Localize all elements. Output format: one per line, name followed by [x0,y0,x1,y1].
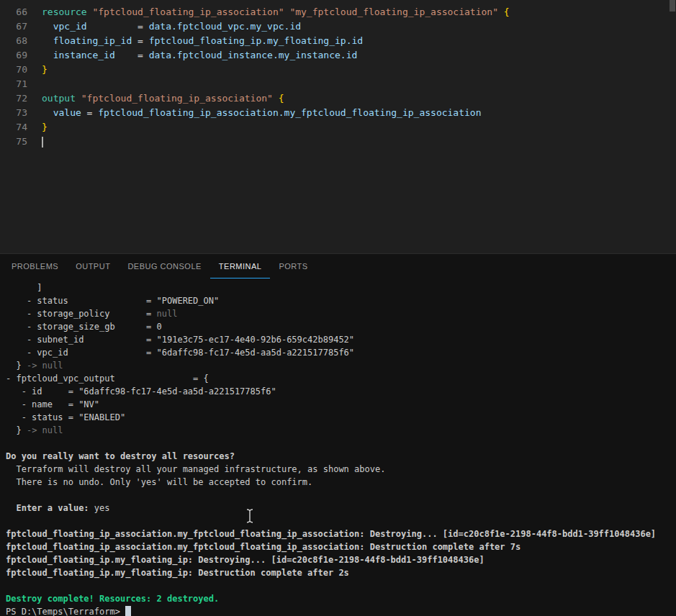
panel-tab-debug-console[interactable]: DEBUG CONSOLE [119,254,209,278]
text-segment: = [132,35,148,46]
text-segment: -> null [27,425,63,435]
code-line[interactable]: 67 vpc_id = data.fptcloud_vpc.my_vpc.id [0,19,676,34]
text-segment: resource [42,6,92,17]
panel-tab-ports[interactable]: PORTS [270,254,316,278]
text-segment: "fptcloud_floating_ip_association" [81,93,279,104]
text-segment: } [42,122,48,132]
code-line[interactable]: 68 floating_ip_id = fptcloud_floating_ip… [0,34,676,48]
code-text: } [42,63,48,77]
code-text: } [42,120,48,135]
code-line[interactable]: 70} [0,63,676,77]
code-text: value = fptcloud_floating_ip_association… [42,106,482,120]
terminal-line: Do you really want to destroy all resour… [6,450,676,463]
panel-tab-output[interactable]: OUTPUT [67,254,119,278]
text-segment: - id = "6daffc98-fc17-4e5d-aa5d-a2215177… [6,386,276,397]
code-text: floating_ip_id = fptcloud_floating_ip.my… [42,34,363,48]
text-segment: data.fptcloud_vpc.my_vpc.id [149,21,301,32]
code-text: resource "fptcloud_floating_ip_associati… [42,5,510,19]
terminal-line: - storage_size_gb = 0 [6,320,676,333]
editor-code: 66resource "fptcloud_floating_ip_associa… [0,0,676,149]
terminal-line [6,579,676,592]
text-segment: yes [94,503,110,513]
terminal-line: - name = "NV" [6,398,676,411]
line-number: 70 [6,63,27,77]
terminal-line: - vpc_id = "6daffc98-fc17-4e5d-aa5d-a221… [6,346,676,359]
text-segment: fptcloud_floating_ip_association.my_fptc… [98,107,481,118]
terminal-line: There is no undo. Only 'yes' will be acc… [6,476,676,489]
terminal-line: PS D:\Temps\Terraform> [6,605,676,616]
line-number: 68 [6,34,27,48]
text-segment: PS D:\Temps\Terraform> [6,607,125,616]
text-segment: "my_fptcloud_floating_ip_association" [289,6,503,17]
code-text [42,135,43,149]
terminal-line: Terraform will destroy all your managed … [6,463,676,476]
code-line[interactable]: 72output "fptcloud_floating_ip_associati… [0,91,676,106]
code-line[interactable]: 75 [0,135,676,149]
code-line[interactable]: 74} [0,120,676,135]
terminal-line [6,437,676,450]
panel-tab-terminal[interactable]: TERMINAL [210,254,271,278]
line-number: 71 [6,77,27,91]
text-segment: output [42,93,81,104]
text-segment: ] [6,283,42,293]
text-segment: - subnet_id = "191e3c75-ec17-4e40-92b6-6… [6,335,354,345]
line-number: 67 [6,19,27,34]
text-segment: - vpc_id = "6daffc98-fc17-4e5d-aa5d-a221… [6,348,354,358]
text-segment: fptcloud_floating_ip_association.my_fptc… [6,542,520,552]
text-segment: instance_id [42,50,115,60]
vscode-window: 66resource "fptcloud_floating_ip_associa… [0,0,676,616]
line-number: 74 [6,120,27,135]
terminal-line: - storage_policy = null [6,307,676,320]
text-segment: - status = "ENABLED" [6,412,125,422]
bottom-panel: PROBLEMSOUTPUTDEBUG CONSOLETERMINALPORTS… [0,253,676,616]
code-line[interactable]: 69 instance_id = data.fptcloud_instance.… [0,48,676,63]
line-number: 69 [6,48,27,63]
text-segment: { [279,93,284,104]
text-segment: data.fptcloud_instance.my_instance.id [149,50,358,60]
text-segment: - storage_policy = [6,309,157,319]
panel-tabbar: PROBLEMSOUTPUTDEBUG CONSOLETERMINALPORTS [0,254,676,278]
code-line[interactable]: 66resource "fptcloud_floating_ip_associa… [0,5,676,19]
text-segment: } [6,425,27,435]
terminal-output[interactable]: ] - status = "POWERED_ON" - storage_poli… [0,278,676,616]
editor-scrollbar[interactable] [669,0,676,253]
code-text: vpc_id = data.fptcloud_vpc.my_vpc.id [42,19,301,34]
code-line[interactable]: 73 value = fptcloud_floating_ip_associat… [0,106,676,120]
terminal-line: - fptcloud_vpc_output = { [6,372,676,385]
code-editor[interactable]: 66resource "fptcloud_floating_ip_associa… [0,0,676,253]
text-segment: There is no undo. Only 'yes' will be acc… [6,477,312,487]
text-segment: fptcloud_floating_ip.my_floating_ip.id [149,35,363,46]
terminal-line: } -> null [6,359,676,372]
code-line[interactable]: 71 [0,77,676,91]
text-segment: = [81,107,98,118]
line-number: 72 [6,91,27,106]
terminal-line: fptcloud_floating_ip_association.my_fptc… [6,527,676,540]
text-segment: Destroy complete! Resources: 2 destroyed… [6,594,219,604]
line-number: 75 [6,135,27,149]
terminal-line: ] [6,281,676,294]
text-segment: Terraform will destroy all your managed … [6,464,385,474]
panel-tab-problems[interactable]: PROBLEMS [3,254,67,278]
text-segment: } [6,361,27,371]
terminal-line: - id = "6daffc98-fc17-4e5d-aa5d-a2215177… [6,385,676,398]
text-segment: "fptcloud_floating_ip_association" [92,6,289,17]
editor-scrollbar-thumb[interactable] [670,0,675,12]
text-segment: null [157,309,178,319]
text-segment: Enter a value: [6,503,94,513]
code-text: output "fptcloud_floating_ip_association… [42,91,284,106]
text-segment: - fptcloud_vpc_output = { [6,373,209,384]
terminal-line: fptcloud_floating_ip.my_floating_ip: Des… [6,566,676,579]
terminal-line: - subnet_id = "191e3c75-ec17-4e40-92b6-6… [6,333,676,346]
text-segment: fptcloud_floating_ip_association.my_fptc… [6,529,656,539]
code-text: instance_id = data.fptcloud_instance.my_… [42,48,357,63]
text-segment: Do you really want to destroy all resour… [6,451,235,461]
text-segment: floating_ip_id [42,35,132,46]
terminal-line: fptcloud_floating_ip_association.my_fptc… [6,540,676,553]
line-number: 66 [6,5,27,19]
terminal-line: Enter a value: yes [6,502,676,515]
terminal-line [6,515,676,527]
text-segment: -> null [27,361,63,371]
text-segment: - status = "POWERED_ON" [6,296,219,306]
terminal-line: fptcloud_floating_ip.my_floating_ip: Des… [6,553,676,566]
terminal-line: - status = "ENABLED" [6,411,676,424]
